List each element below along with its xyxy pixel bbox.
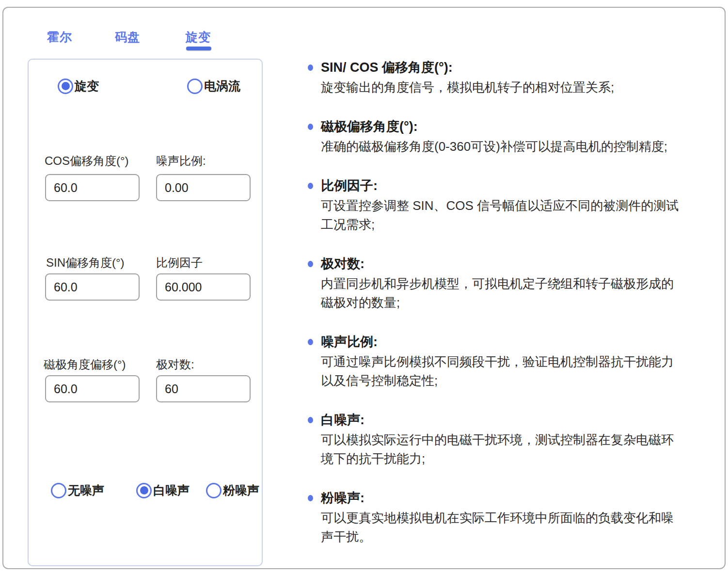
sin-offset-label: SIN偏移角度(°) (46, 255, 125, 271)
bullet-icon (308, 261, 313, 267)
desc-pole-offset: 磁极偏移角度(°): 准确的磁极偏移角度(0-360可设)补偿可以提高电机的控制… (308, 117, 723, 156)
desc-body: 可设置控参调整 SIN、COS 信号幅值以适应不同的被测件的测试 工况需求; (321, 196, 723, 234)
pole-angle-offset-label: 磁极角度偏移(°) (44, 357, 126, 372)
radio-eddy-current-label: 电涡流 (204, 78, 240, 94)
bullet-icon (308, 64, 313, 71)
radio-unselected-icon (206, 483, 222, 498)
radio-pink-noise-label: 粉噪声 (223, 482, 259, 498)
desc-title: 粉噪声: (321, 489, 364, 507)
desc-pole-pairs: 极对数: 内置同步机和异步机模型，可拟电机定子绕组和转子磁极形成的 磁极对的数量… (308, 255, 723, 312)
pole-pairs-label: 极对数: (156, 357, 194, 372)
desc-scale-factor: 比例因子: 可设置控参调整 SIN、COS 信号幅值以适应不同的被测件的测试 工… (308, 176, 723, 234)
desc-sin-cos-offset: SIN/ COS 偏移角度(°): 旋变输出的角度信号，模拟电机转子的相对位置关… (308, 58, 723, 97)
radio-white-noise-label: 白噪声 (153, 482, 190, 498)
noise-ratio-input[interactable] (156, 174, 251, 201)
desc-body: 可以模拟实际运行中的电磁干扰环境，测试控制器在复杂电磁环 境下的抗干扰能力; (321, 430, 723, 468)
desc-title: 白噪声: (321, 411, 364, 429)
desc-noise-ratio: 噪声比例: 可通过噪声比例模拟不同频段干扰，验证电机控制器抗干扰能力 以及信号控… (308, 333, 723, 390)
desc-title: 磁极偏移角度(°): (321, 117, 418, 136)
radio-eddy-current[interactable]: 电涡流 (187, 78, 240, 94)
radio-unselected-icon (187, 79, 203, 94)
desc-body: 可通过噪声比例模拟不同频段干扰，验证电机控制器抗干扰能力 以及信号控制稳定性; (321, 352, 723, 390)
radio-selected-icon (58, 79, 73, 94)
cos-offset-label: COS偏移角度(°) (45, 153, 129, 169)
radio-unselected-icon (51, 483, 66, 498)
resolver-settings-panel: 旋变 电涡流 COS偏移角度(°) 噪声比例: SIN偏移角度(°) 比例因子 … (28, 59, 263, 566)
pole-pairs-input[interactable] (156, 375, 251, 402)
bullet-icon (308, 339, 313, 345)
desc-title: 极对数: (321, 255, 364, 273)
noise-ratio-label: 噪声比例: (156, 153, 206, 169)
tab-resolver[interactable]: 旋变 (186, 29, 211, 45)
bullet-icon (308, 124, 313, 130)
desc-body: 内置同步机和异步机模型，可拟电机定子绕组和转子磁极形成的 磁极对的数量; (321, 274, 723, 312)
radio-white-noise[interactable]: 白噪声 (136, 482, 190, 498)
desc-body: 旋变输出的角度信号，模拟电机转子的相对位置关系; (321, 78, 723, 97)
desc-white-noise: 白噪声: 可以模拟实际运行中的电磁干扰环境，测试控制器在复杂电磁环 境下的抗干扰… (308, 411, 723, 468)
cos-offset-input[interactable] (45, 174, 140, 201)
radio-pink-noise[interactable]: 粉噪声 (206, 482, 259, 498)
bullet-icon (308, 495, 313, 501)
desc-title: 比例因子: (321, 176, 378, 195)
radio-selected-icon (136, 483, 152, 498)
desc-title: SIN/ COS 偏移角度(°): (321, 58, 453, 77)
desc-body: 准确的磁极偏移角度(0-360可设)补偿可以提高电机的控制精度; (321, 137, 723, 156)
bullet-icon (308, 417, 313, 423)
tab-resolver-label: 旋变 (186, 30, 211, 44)
page-frame: 霍尔 码盘 旋变 旋变 电涡流 COS偏移角度(°) 噪声比例: SIN偏移角度… (2, 7, 726, 569)
radio-resolver-label: 旋变 (75, 78, 99, 94)
parameter-descriptions: SIN/ COS 偏移角度(°): 旋变输出的角度信号，模拟电机转子的相对位置关… (308, 58, 723, 567)
scale-factor-input[interactable] (156, 273, 251, 301)
sin-offset-input[interactable] (45, 273, 140, 301)
desc-title: 噪声比例: (321, 333, 378, 351)
radio-no-noise[interactable]: 无噪声 (51, 482, 104, 498)
desc-pink-noise: 粉噪声: 可以更真实地模拟电机在实际工作环境中所面临的负载变化和噪 声干扰。 (308, 489, 723, 546)
tab-hall[interactable]: 霍尔 (47, 29, 72, 45)
scale-factor-label: 比例因子 (156, 255, 203, 271)
radio-resolver[interactable]: 旋变 (58, 78, 99, 94)
tab-encoder[interactable]: 码盘 (115, 29, 140, 45)
pole-angle-offset-input[interactable] (45, 375, 140, 402)
radio-no-noise-label: 无噪声 (68, 482, 104, 498)
bullet-icon (308, 183, 313, 189)
active-tab-indicator (186, 47, 211, 50)
desc-body: 可以更真实地模拟电机在实际工作环境中所面临的负载变化和噪 声干扰。 (321, 509, 723, 546)
